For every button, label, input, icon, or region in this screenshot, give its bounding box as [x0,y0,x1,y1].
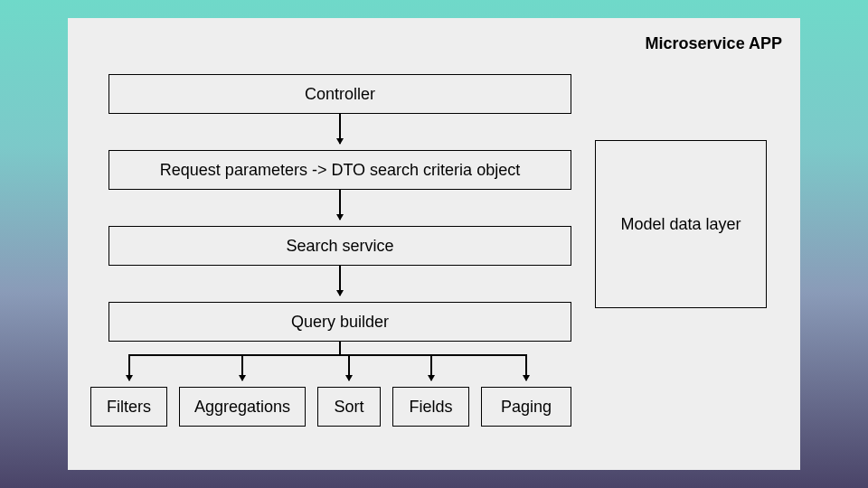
box-query-builder: Query builder [108,302,571,342]
arrow-dto-to-search [339,190,341,220]
arrow-search-to-query [339,266,341,296]
diagram-panel: Microservice APP Controller Request para… [68,18,800,470]
arrow-to-filters [128,354,130,380]
box-request-dto-label: Request parameters -> DTO search criteri… [160,161,520,180]
box-search-service-label: Search service [286,237,393,256]
box-request-dto: Request parameters -> DTO search criteri… [108,150,571,190]
box-controller-label: Controller [305,85,375,104]
arrow-to-sort [348,354,350,380]
arrow-to-paging [525,354,527,380]
box-controller: Controller [108,74,571,114]
box-filters: Filters [90,387,167,427]
box-search-service: Search service [108,226,571,266]
box-model-data-layer-label: Model data layer [620,215,741,234]
box-fields: Fields [392,387,469,427]
panel-title: Microservice APP [646,34,782,53]
arrow-to-aggregations [241,354,243,380]
box-paging-label: Paging [501,398,552,417]
box-sort-label: Sort [334,398,363,417]
box-filters-label: Filters [107,398,151,417]
arrow-to-fields [430,354,432,380]
box-aggregations: Aggregations [179,387,306,427]
box-query-builder-label: Query builder [291,313,389,332]
fanout-bar [128,354,526,356]
box-fields-label: Fields [409,398,452,417]
box-paging: Paging [481,387,571,427]
box-aggregations-label: Aggregations [194,398,290,417]
arrow-controller-to-dto [339,114,341,144]
box-model-data-layer: Model data layer [595,140,767,308]
box-sort: Sort [317,387,381,427]
fanout-stem [339,342,341,354]
